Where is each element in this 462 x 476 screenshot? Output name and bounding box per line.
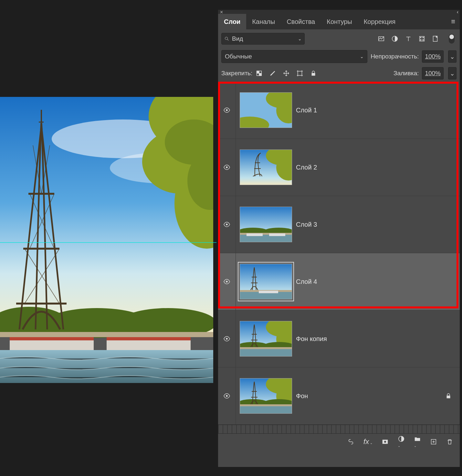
layer-thumbnail[interactable] bbox=[236, 92, 296, 128]
lock-artboard-icon[interactable] bbox=[296, 70, 303, 77]
opacity-value[interactable]: 100% bbox=[422, 50, 444, 63]
layer-row[interactable]: Фон bbox=[218, 367, 460, 425]
filter-kind-label: Вид bbox=[232, 35, 243, 42]
chevron-down-icon: ⌄ bbox=[360, 54, 364, 59]
mask-icon[interactable] bbox=[382, 438, 389, 445]
svg-rect-28 bbox=[259, 73, 261, 76]
blend-mode-dropdown[interactable]: Обычные ⌄ bbox=[221, 50, 367, 63]
opacity-dropdown[interactable]: ⌄ bbox=[448, 50, 457, 63]
fill-label: Заливка: bbox=[394, 70, 419, 77]
svg-point-24 bbox=[423, 39, 424, 40]
svg-rect-15 bbox=[107, 337, 191, 340]
tab-channels[interactable]: Каналы bbox=[246, 14, 281, 29]
layer-name[interactable]: Слой 2 bbox=[296, 164, 317, 171]
visibility-toggle[interactable] bbox=[218, 310, 236, 367]
panel-tabs: Слои Каналы Свойства Контуры Коррекция ≡ bbox=[218, 14, 460, 29]
layer-thumbnail[interactable] bbox=[236, 378, 296, 414]
fx-icon[interactable]: fx ⌄ bbox=[363, 438, 373, 446]
layer-row[interactable]: Слой 4 bbox=[218, 253, 460, 310]
lock-position-icon[interactable] bbox=[283, 70, 290, 77]
tab-properties[interactable]: Свойства bbox=[281, 14, 321, 29]
svg-point-21 bbox=[420, 37, 421, 38]
horizontal-guide bbox=[0, 242, 216, 243]
svg-rect-27 bbox=[257, 71, 259, 73]
tab-adjustments[interactable]: Коррекция bbox=[358, 14, 401, 29]
layer-filter-row: Вид ⌄ bbox=[218, 29, 460, 48]
layer-thumbnail[interactable] bbox=[236, 207, 296, 242]
layer-name[interactable]: Фон bbox=[296, 392, 308, 400]
svg-point-40 bbox=[226, 223, 228, 225]
layer-name[interactable]: Слой 4 bbox=[296, 278, 317, 285]
new-layer-icon[interactable] bbox=[430, 438, 437, 445]
layer-row[interactable]: Слой 3 bbox=[218, 196, 460, 253]
svg-point-61 bbox=[226, 395, 228, 397]
opacity-label: Непрозрачность: bbox=[371, 53, 419, 60]
svg-point-53 bbox=[226, 338, 228, 340]
chevron-down-icon: ⌄ bbox=[450, 53, 455, 60]
canvas-illustration bbox=[0, 97, 213, 383]
adjustment-layer-icon[interactable]: ⌄ bbox=[398, 435, 405, 448]
layer-filter-dropdown[interactable]: Вид ⌄ bbox=[221, 33, 305, 45]
document-canvas[interactable] bbox=[0, 97, 213, 383]
filter-smart-icon[interactable] bbox=[432, 35, 439, 42]
visibility-toggle[interactable] bbox=[218, 82, 236, 139]
chevron-down-icon: ⌄ bbox=[450, 70, 455, 77]
svg-point-22 bbox=[423, 37, 424, 38]
layers-list: Слой 1Слой 2Слой 3Слой 4Фон копияФон bbox=[218, 82, 460, 425]
svg-rect-47 bbox=[269, 233, 285, 236]
filter-type-icon[interactable] bbox=[405, 35, 412, 42]
blend-row: Обычные ⌄ Непрозрачность: 100% ⌄ bbox=[218, 48, 460, 65]
panel-menu-icon[interactable]: ≡ bbox=[451, 17, 455, 26]
visibility-toggle[interactable] bbox=[218, 367, 236, 424]
group-icon[interactable]: ⌄ bbox=[414, 435, 421, 448]
lock-row: Закрепить: Заливка: 100% ⌄ bbox=[218, 65, 460, 82]
layer-name[interactable]: Фон копия bbox=[296, 335, 327, 343]
svg-rect-29 bbox=[298, 71, 302, 76]
lock-all-icon[interactable] bbox=[310, 70, 317, 77]
svg-point-31 bbox=[226, 109, 228, 111]
lock-transparency-icon[interactable] bbox=[256, 70, 263, 77]
svg-rect-60 bbox=[240, 349, 292, 356]
fill-value[interactable]: 100% bbox=[422, 67, 444, 79]
collapse-icon[interactable]: ‹‹ bbox=[457, 9, 457, 15]
scroll-ruler bbox=[218, 425, 460, 434]
svg-point-17 bbox=[225, 37, 228, 40]
svg-point-71 bbox=[384, 440, 386, 443]
fill-dropdown[interactable]: ⌄ bbox=[448, 67, 457, 79]
layer-thumbnail[interactable] bbox=[236, 264, 296, 299]
visibility-toggle[interactable] bbox=[218, 253, 236, 310]
svg-rect-59 bbox=[240, 347, 292, 349]
lock-brush-icon[interactable] bbox=[269, 70, 276, 77]
filter-shape-icon[interactable] bbox=[418, 35, 425, 42]
layer-name[interactable]: Слой 1 bbox=[296, 107, 317, 114]
lock-label: Закрепить: bbox=[221, 70, 252, 77]
panel-footer: fx ⌄ ⌄ ⌄ bbox=[218, 434, 460, 450]
link-layers-icon[interactable] bbox=[347, 438, 354, 445]
layer-row[interactable]: Слой 1 bbox=[218, 82, 460, 139]
layer-thumbnail[interactable] bbox=[236, 321, 296, 357]
blend-mode-value: Обычные bbox=[225, 53, 252, 60]
delete-icon[interactable] bbox=[446, 438, 453, 445]
tab-layers[interactable]: Слои bbox=[218, 14, 246, 29]
visibility-toggle[interactable] bbox=[218, 139, 236, 196]
svg-point-23 bbox=[420, 39, 421, 40]
filter-adjustment-icon[interactable] bbox=[391, 35, 398, 42]
filter-toggle[interactable] bbox=[449, 34, 455, 44]
svg-point-48 bbox=[226, 281, 228, 283]
svg-rect-11 bbox=[0, 332, 213, 337]
filter-pixel-icon[interactable] bbox=[378, 35, 385, 42]
svg-rect-69 bbox=[447, 396, 450, 398]
close-icon[interactable]: × bbox=[220, 9, 223, 15]
svg-rect-30 bbox=[312, 73, 315, 76]
svg-rect-46 bbox=[247, 233, 263, 236]
layer-name[interactable]: Слой 3 bbox=[296, 221, 317, 228]
layer-row[interactable]: Фон копия bbox=[218, 310, 460, 367]
svg-point-36 bbox=[226, 166, 228, 168]
svg-rect-13 bbox=[10, 337, 94, 340]
search-icon bbox=[224, 36, 229, 41]
layer-row[interactable]: Слой 2 bbox=[218, 139, 460, 196]
visibility-toggle[interactable] bbox=[218, 196, 236, 253]
lock-indicator-icon bbox=[445, 392, 452, 399]
layer-thumbnail[interactable] bbox=[236, 150, 296, 185]
tab-paths[interactable]: Контуры bbox=[321, 14, 358, 29]
